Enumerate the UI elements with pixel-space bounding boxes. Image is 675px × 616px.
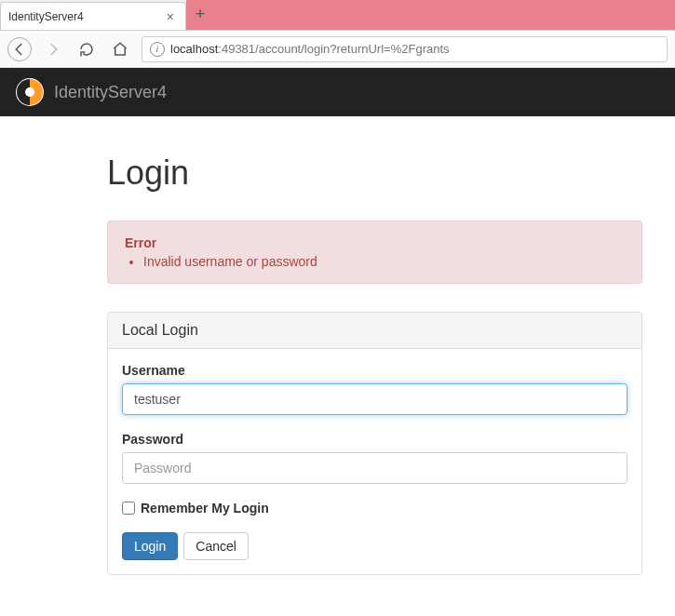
button-row: Login Cancel bbox=[122, 532, 628, 560]
password-input[interactable] bbox=[122, 452, 628, 484]
arrow-left-icon bbox=[11, 41, 28, 58]
panel-body: Username Password Remember My Login Logi… bbox=[108, 349, 641, 574]
reload-icon bbox=[78, 41, 95, 58]
home-button[interactable] bbox=[108, 37, 132, 61]
plus-icon: + bbox=[196, 5, 206, 24]
username-input[interactable] bbox=[122, 383, 628, 415]
brand-name[interactable]: IdentityServer4 bbox=[54, 83, 167, 102]
page-container: Login Error Invalid username or password… bbox=[0, 116, 642, 603]
browser-tab[interactable]: IdentityServer4 × bbox=[0, 2, 186, 30]
alert-title: Error bbox=[125, 235, 625, 250]
username-group: Username bbox=[122, 363, 628, 415]
browser-toolbar: i localhost:49381/account/login?returnUr… bbox=[0, 31, 675, 68]
url-path: :49381/account/login?returnUrl=%2Fgrants bbox=[218, 42, 449, 56]
reload-button[interactable] bbox=[74, 37, 99, 61]
info-icon[interactable]: i bbox=[150, 42, 165, 57]
browser-tabs: IdentityServer4 × + bbox=[0, 0, 675, 31]
back-button[interactable] bbox=[7, 37, 32, 61]
url-host: localhost bbox=[170, 42, 218, 56]
new-tab-button[interactable]: + bbox=[186, 0, 214, 30]
alert-message: Invalid username or password bbox=[143, 254, 625, 269]
username-label: Username bbox=[122, 363, 628, 378]
tab-title: IdentityServer4 bbox=[8, 10, 157, 23]
forward-button[interactable] bbox=[41, 37, 65, 61]
login-panel: Local Login Username Password Remember M… bbox=[107, 312, 642, 575]
close-icon[interactable]: × bbox=[163, 9, 178, 24]
brand-logo-icon bbox=[15, 77, 45, 107]
remember-checkbox[interactable] bbox=[122, 502, 135, 515]
page-title: Login bbox=[107, 154, 642, 193]
remember-group: Remember My Login bbox=[122, 501, 628, 516]
url-bar[interactable]: i localhost:49381/account/login?returnUr… bbox=[142, 36, 668, 62]
url-text: localhost:49381/account/login?returnUrl=… bbox=[170, 42, 450, 56]
arrow-right-icon bbox=[45, 41, 61, 58]
error-alert: Error Invalid username or password bbox=[107, 221, 642, 284]
cancel-button[interactable]: Cancel bbox=[183, 532, 249, 560]
password-group: Password bbox=[122, 432, 628, 484]
password-label: Password bbox=[122, 432, 628, 447]
panel-heading: Local Login bbox=[108, 313, 641, 349]
remember-label[interactable]: Remember My Login bbox=[141, 501, 269, 516]
home-icon bbox=[112, 41, 128, 58]
svg-point-1 bbox=[25, 87, 34, 97]
login-button[interactable]: Login bbox=[122, 532, 178, 560]
tab-strip-spacer bbox=[214, 0, 675, 30]
app-header: IdentityServer4 bbox=[0, 68, 675, 116]
